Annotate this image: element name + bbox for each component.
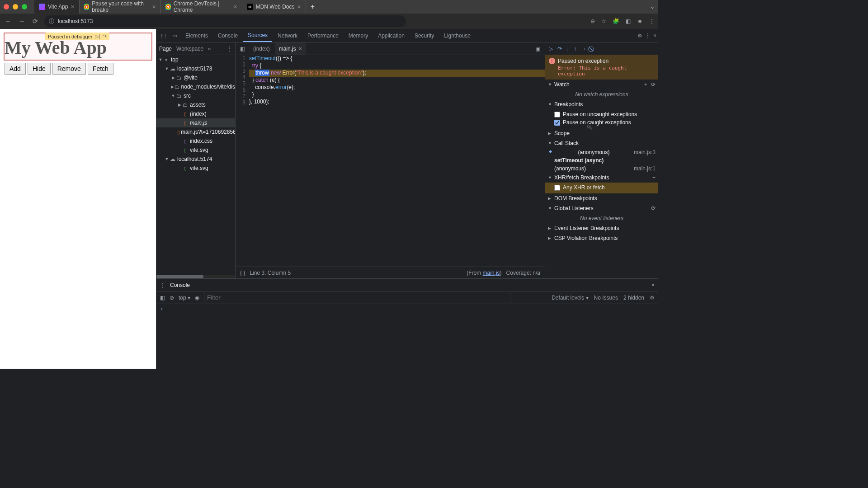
tree-file-vitesvg2[interactable]: ▯vite.svg <box>156 164 235 173</box>
close-tab-icon[interactable]: × <box>71 3 74 10</box>
bookmark-icon[interactable]: ☆ <box>601 18 606 24</box>
code-area[interactable]: 12345678 setTimeout(() => { try { throw … <box>236 55 545 267</box>
resume-button[interactable]: ▷ <box>549 46 553 52</box>
browser-tab-breakpoints[interactable]: Pause your code with breakp × <box>80 0 161 14</box>
tree-file-vitesvg[interactable]: ▯vite.svg <box>156 145 235 155</box>
drawer-menu-icon[interactable]: ⋮ <box>160 282 165 288</box>
window-minimize[interactable] <box>13 4 18 9</box>
tree-folder-vite[interactable]: ▶🗀@vite <box>156 73 235 82</box>
browser-tab-devtools[interactable]: Chrome DevTools | Chrome × <box>161 0 242 14</box>
refresh-listeners-icon[interactable]: ⟳ <box>651 205 656 211</box>
section-xhr-breakpoints[interactable]: ▼XHR/fetch Breakpoints+ <box>545 173 658 183</box>
resume-icon[interactable]: ▷| <box>95 33 100 39</box>
nav-overflow-icon[interactable]: » <box>208 46 211 52</box>
close-tab-icon[interactable]: × <box>233 3 237 10</box>
section-csp-breakpoints[interactable]: ▶CSP Violation Breakpoints <box>545 233 658 243</box>
file-tree-scrollbar[interactable] <box>156 275 235 278</box>
tree-folder-nodemodules[interactable]: ▶🗀node_modules/vite/dis <box>156 82 235 91</box>
log-levels-selector[interactable]: Default levels ▾ <box>552 295 588 301</box>
add-xhr-breakpoint-icon[interactable]: + <box>652 174 656 181</box>
live-expression-icon[interactable]: ◉ <box>195 295 199 301</box>
editor-tab-mainjs[interactable]: main.js× <box>275 42 306 55</box>
tree-folder-src[interactable]: ▼🗀src <box>156 91 235 100</box>
window-maximize[interactable] <box>22 4 27 9</box>
section-scope[interactable]: ▶Scope <box>545 128 658 138</box>
tree-file-index[interactable]: ▯(index) <box>156 109 235 118</box>
close-tab-icon[interactable]: × <box>299 46 302 52</box>
tree-folder-assets[interactable]: ▶🗀assets <box>156 100 235 109</box>
step-over-button[interactable]: ↷ <box>557 46 562 52</box>
tab-overflow-button[interactable]: ⌄ <box>650 4 655 10</box>
stack-frame-current[interactable]: (anonymous)main.js:3 <box>545 148 658 156</box>
section-breakpoints[interactable]: ▼Breakpoints <box>545 99 658 109</box>
profile-icon[interactable]: ☻ <box>637 18 643 24</box>
section-watch[interactable]: ▼Watch+⟳ <box>545 80 658 89</box>
tab-network[interactable]: Network <box>273 30 302 42</box>
console-filter-input[interactable] <box>204 293 511 302</box>
context-selector[interactable]: top ▾ <box>179 295 190 301</box>
nav-more-icon[interactable]: ⋮ <box>227 46 232 52</box>
tree-file-mainjs-t[interactable]: ▯main.js?t=1710692856 <box>156 127 235 136</box>
editor-tab-index[interactable]: (index) <box>250 42 274 55</box>
back-button[interactable]: ← <box>4 18 13 25</box>
reload-button[interactable]: ⟳ <box>31 18 40 25</box>
tab-sources[interactable]: Sources <box>243 29 272 42</box>
nav-tab-workspace[interactable]: Workspace <box>176 46 203 52</box>
pause-uncaught-toggle[interactable]: Pause on uncaught exceptions <box>554 110 656 118</box>
window-close[interactable] <box>4 4 9 9</box>
device-toolbar-icon[interactable]: ▭ <box>170 31 180 41</box>
tab-lighthouse[interactable]: Lighthouse <box>439 30 475 42</box>
step-button[interactable]: →| <box>581 46 588 52</box>
extensions-icon[interactable]: 🧩 <box>613 18 619 24</box>
step-out-button[interactable]: ↑ <box>574 46 576 52</box>
section-global-listeners[interactable]: ▼Global Listeners⟳ <box>545 203 658 213</box>
console-prompt[interactable]: › <box>160 306 163 312</box>
section-event-breakpoints[interactable]: ▶Event Listener Breakpoints <box>545 223 658 233</box>
console-sidebar-icon[interactable]: ◧ <box>160 295 165 301</box>
pretty-print-icon[interactable]: { } <box>240 270 245 276</box>
tree-top[interactable]: ▼▫top <box>156 55 235 64</box>
hide-button[interactable]: Hide <box>28 63 51 75</box>
more-icon[interactable]: ⋮ <box>645 33 651 39</box>
inspect-element-icon[interactable]: ⬚ <box>158 31 169 41</box>
forward-button[interactable]: → <box>17 18 26 25</box>
refresh-watch-icon[interactable]: ⟳ <box>651 81 656 88</box>
tree-file-mainjs[interactable]: ▯main.js <box>156 118 235 127</box>
browser-tab-vite[interactable]: Vite App × <box>34 0 80 14</box>
tab-console[interactable]: Console <box>213 30 242 42</box>
close-devtools-icon[interactable]: × <box>653 33 656 39</box>
close-drawer-icon[interactable]: × <box>651 282 655 288</box>
browser-tab-mdn[interactable]: M MDN Web Docs × <box>242 0 306 14</box>
toggle-nav-icon[interactable]: ◧ <box>237 44 248 54</box>
sidepanel-icon[interactable]: ◧ <box>626 18 631 24</box>
hidden-count[interactable]: 2 hidden <box>623 295 644 301</box>
remove-button[interactable]: Remove <box>52 63 86 75</box>
tree-origin-1[interactable]: ▼☁localhost:5173 <box>156 64 235 73</box>
add-watch-icon[interactable]: + <box>644 81 647 88</box>
address-bar[interactable]: ⓘ localhost:5173 <box>44 15 406 27</box>
add-button[interactable]: Add <box>5 63 26 75</box>
sourcemap-link[interactable]: main.js <box>483 270 500 276</box>
tab-security[interactable]: Security <box>410 30 439 42</box>
step-into-button[interactable]: ↓ <box>566 46 569 52</box>
pause-caught-toggle[interactable]: Pause on caught exceptions <box>554 118 656 127</box>
menu-icon[interactable]: ⋮ <box>649 18 655 24</box>
tree-origin-2[interactable]: ▼☁localhost:5174 <box>156 155 235 164</box>
section-callstack[interactable]: ▼Call Stack <box>545 138 658 148</box>
site-info-icon[interactable]: ⓘ <box>49 18 54 25</box>
tab-application[interactable]: Application <box>373 30 409 42</box>
tab-performance[interactable]: Performance <box>303 30 343 42</box>
console-settings-icon[interactable]: ⚙ <box>650 295 655 301</box>
stack-frame[interactable]: (anonymous)main.js:1 <box>545 164 658 173</box>
fetch-button[interactable]: Fetch <box>88 63 113 75</box>
clear-console-icon[interactable]: ⊘ <box>170 295 174 301</box>
new-tab-button[interactable]: + <box>306 3 319 11</box>
zoom-icon[interactable]: ⊖ <box>590 18 595 24</box>
xhr-any-toggle[interactable]: Any XHR or fetch <box>554 183 656 192</box>
section-dom-breakpoints[interactable]: ▶DOM Breakpoints <box>545 193 658 203</box>
issues-summary[interactable]: No Issues <box>594 295 618 301</box>
tab-memory[interactable]: Memory <box>344 30 373 42</box>
step-over-icon[interactable]: ↷ <box>103 33 107 39</box>
drawer-tab-console[interactable]: Console <box>170 282 190 288</box>
nav-tab-page[interactable]: Page <box>159 46 172 52</box>
